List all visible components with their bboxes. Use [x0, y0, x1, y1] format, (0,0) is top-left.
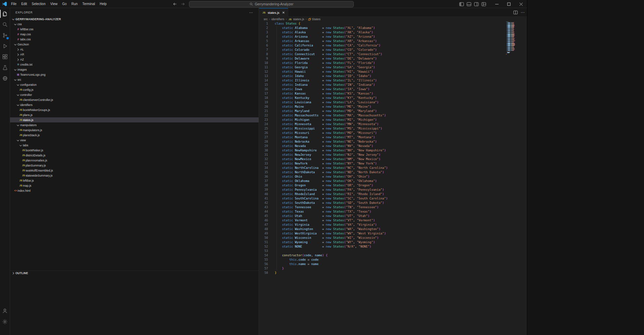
explorer-actions-icon[interactable]: ⋯ — [249, 10, 253, 15]
code-line[interactable]: 24 static Minnesota = new States("MN", "… — [259, 122, 527, 126]
tree-item-identifiers[interactable]: identifiers — [10, 102, 259, 107]
search-icon[interactable] — [0, 19, 10, 30]
nav-forward-icon[interactable] — [180, 2, 186, 6]
menu-help[interactable]: Help — [98, 0, 109, 8]
code-line[interactable]: 6 static California = new States("CA", "… — [259, 43, 527, 48]
code-line[interactable]: 55 this.code = code — [259, 258, 527, 262]
explorer-icon[interactable] — [0, 8, 10, 19]
code-line[interactable]: 25 static Mississippi = new States("MS",… — [259, 126, 527, 131]
code-line[interactable]: 30 static NewHampshire = new States("NH"… — [259, 148, 527, 153]
close-button[interactable] — [515, 0, 527, 8]
tree-item-az[interactable]: AZ — [10, 57, 259, 62]
breadcrumb-item-states-js[interactable]: JSstates.js — [288, 17, 304, 21]
tree-item-leftbar-css[interactable]: #leftBar.css — [10, 27, 259, 32]
tree-item-config-js[interactable]: JSconfig.js — [10, 87, 259, 92]
tree-item-states-js[interactable]: JSstates.js — [10, 117, 259, 122]
code-line[interactable]: 47 static Virginia = new States("VA", "V… — [259, 223, 527, 227]
code-line[interactable]: 32 static NewMexico = new States("NM", "… — [259, 157, 527, 161]
tree-item-teamaceslogo-png[interactable]: ▦TeamAcesLogo.png — [10, 72, 259, 77]
code-line[interactable]: 10 static Florida = new States("FL", "Fl… — [259, 61, 527, 65]
toggle-panel-icon[interactable] — [465, 0, 472, 8]
minimap[interactable] — [506, 22, 522, 54]
menu-edit[interactable]: Edit — [19, 0, 29, 8]
code-line[interactable]: 36 static Ohio = new States("OH", "Ohio"… — [259, 175, 527, 179]
code-line[interactable]: 2 static Alabama = new States("AL", "Ala… — [259, 26, 527, 30]
extensions-icon[interactable] — [0, 51, 10, 62]
toggle-primary-sidebar-icon[interactable] — [458, 0, 465, 8]
breadcrumb-item-states[interactable]: States — [308, 17, 321, 21]
breadcrumb-item-identifiers[interactable]: identifiers — [271, 17, 285, 21]
tree-item-clientservercontroller-js[interactable]: JSclientServerController.js — [10, 97, 259, 102]
code-line[interactable]: 34 static NorthCarolina = new States("NC… — [259, 166, 527, 170]
code-line[interactable]: 40 static RhodeIsland = new States("RI",… — [259, 192, 527, 196]
code-line[interactable]: 37 static Oklahoma = new States("OK", "O… — [259, 179, 527, 183]
tree-item-leftbar-js[interactable]: JSleftBar.js — [10, 178, 259, 183]
code-line[interactable]: 48 static Washington = new States("WA", … — [259, 227, 527, 231]
code-line[interactable]: 46 static Vermont = new States("VT", "Ve… — [259, 218, 527, 223]
tree-item-boxwhiskergroups-js[interactable]: JSboxWhiskerGroups.js — [10, 107, 259, 112]
code-line[interactable]: 54 constructor(code, name) { — [259, 253, 527, 258]
command-center-search[interactable]: Gerrymandering-Analyzer — [189, 1, 354, 7]
code-line[interactable]: 5 static Arkansas = new States("AR", "Ar… — [259, 39, 527, 43]
tree-item-plansummary-js[interactable]: JSplanSummary.js — [10, 163, 259, 168]
code-line[interactable]: 38 static Oregon = new States("OR", "Ore… — [259, 183, 527, 188]
more-actions-button[interactable]: ⋯ — [521, 10, 525, 15]
code-line[interactable]: 57 } — [259, 266, 527, 271]
split-editor-button[interactable] — [513, 10, 518, 15]
tree-item-tabs[interactable]: tabs — [10, 143, 259, 148]
code-line[interactable]: 35 static NorthDakota = new States("ND",… — [259, 170, 527, 175]
outline-section-header[interactable]: OUTLINE — [10, 270, 259, 275]
code-line[interactable]: 26 static Missouri = new States("MO", "M… — [259, 131, 527, 135]
tree-item-boxwhisker-js[interactable]: JSboxWhisker.js — [10, 148, 259, 153]
menu-file[interactable]: File — [9, 0, 19, 8]
code-line[interactable]: 52 static NONE = new States("N/A", "NONE… — [259, 245, 527, 249]
code-line[interactable]: 4 static Arizona = new States("AZ", "Ari… — [259, 35, 527, 39]
tree-item-images[interactable]: images — [10, 67, 259, 72]
maximize-button[interactable] — [503, 0, 515, 8]
tree-item-statewidesummary-js[interactable]: JSstatewideSummary.js — [10, 173, 259, 178]
tree-item-manipulators[interactable]: manipulators — [10, 122, 259, 127]
code-line[interactable]: 51 static Wyoming = new States("WY", "Wy… — [259, 240, 527, 245]
tree-item-manipulators-js[interactable]: JSmanipulators.js — [10, 127, 259, 133]
code-line[interactable]: 42 static SouthDakota = new States("SD",… — [259, 201, 527, 205]
code-line[interactable]: 12 static Hawaii = new States("HI", "Haw… — [259, 70, 527, 74]
tree-item-districtdetails-js[interactable]: JSdistrictDetails.js — [10, 153, 259, 158]
tree-item-css[interactable]: css — [10, 22, 259, 27]
code-line[interactable]: 50 static Wisconsin = new States("WI", "… — [259, 236, 527, 240]
tree-item-plansstack-js[interactable]: JSplansStack.js — [10, 133, 259, 138]
run-debug-icon[interactable] — [0, 41, 10, 51]
code-line[interactable]: 31 static NewJersey = new States("NJ", "… — [259, 153, 527, 157]
code-line[interactable]: 16 static Iowa = new States("IA", "Iowa"… — [259, 87, 527, 91]
tree-item-seawulfensembled-js[interactable]: JSseaWulfEnsembled.js — [10, 168, 259, 173]
remote-icon[interactable] — [0, 73, 10, 84]
code-line[interactable]: 20 static Maine = new States("ME", "Main… — [259, 105, 527, 109]
code-line[interactable]: 3 static Alaska = new States("AK", "Alas… — [259, 30, 527, 35]
code-line[interactable]: 1class States { — [259, 22, 527, 26]
code-line[interactable]: 23 static Michigan = new States("MI", "M… — [259, 118, 527, 122]
tree-item-geojson[interactable]: GeoJson — [10, 42, 259, 47]
tree-item-map-css[interactable]: #map.css — [10, 32, 259, 37]
workspace-section-header[interactable]: GERRYMANDERING-ANALYZER — [10, 17, 259, 22]
code-line[interactable]: 18 static Kentucky = new States("KY", "K… — [259, 96, 527, 100]
tree-item-index-html[interactable]: <>index.html — [10, 188, 259, 193]
code-line[interactable]: 14 static Illinois = new States("IL", "I… — [259, 78, 527, 83]
tree-item-plans-js[interactable]: JSplans.js — [10, 112, 259, 117]
tree-item-src[interactable]: src — [10, 77, 259, 82]
code-line[interactable]: 15 static Indiana = new States("IN", "In… — [259, 83, 527, 87]
code-line[interactable]: 29 static Nevada = new States("NV", "Nev… — [259, 144, 527, 148]
tree-item-view[interactable]: view — [10, 138, 259, 143]
source-control-icon[interactable] — [0, 30, 10, 41]
code-line[interactable]: 19 static Louisiana = new States("LA", "… — [259, 100, 527, 105]
code-line[interactable]: 33 static NewYork = new States("NY", "Ne… — [259, 161, 527, 166]
code-line[interactable]: 22 static Massachusetts = new States("MA… — [259, 113, 527, 118]
code-editor[interactable]: 1class States {2 static Alabama = new St… — [259, 22, 527, 335]
code-line[interactable]: 28 static Nebraska = new States("NE", "N… — [259, 140, 527, 144]
tree-item-tabs-css[interactable]: #tabs.css — [10, 37, 259, 42]
code-line[interactable]: 53 — [259, 249, 527, 253]
settings-icon[interactable] — [0, 316, 10, 327]
menu-terminal[interactable]: Terminal — [80, 0, 98, 8]
tree-item-map-js[interactable]: JSmap.js — [10, 183, 259, 188]
code-line[interactable]: 49 static WestVirginia = new States("WV"… — [259, 231, 527, 236]
code-line[interactable]: 9 static Delaware = new States("DE", "De… — [259, 57, 527, 61]
code-line[interactable]: 45 static Utah = new States("UT", "Utah"… — [259, 214, 527, 218]
